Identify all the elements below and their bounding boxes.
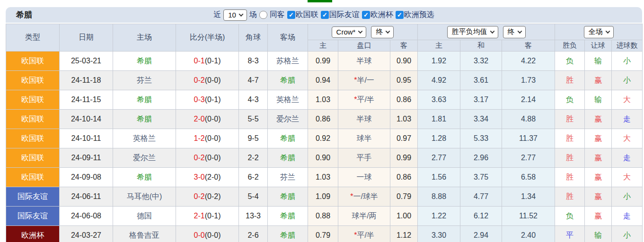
same-opponent-label: 同客 xyxy=(270,10,285,20)
match-row[interactable]: 欧国联 24-11-18 芬兰 0-2(0-0) 4-7 希腊 0.94 *半/… xyxy=(6,71,643,90)
competition-badge: 欧国联 xyxy=(6,148,60,168)
competition-badge: 欧洲杯 xyxy=(6,226,60,242)
odds-away-cell: 0.86 xyxy=(390,90,418,110)
match-date: 24-11-15 xyxy=(60,90,113,110)
match-date: 24-06-08 xyxy=(60,207,113,226)
home-team[interactable]: 爱尔兰 xyxy=(113,148,176,168)
avg-away-cell: 4.88 xyxy=(502,110,555,129)
goals-cell: 走 xyxy=(612,207,643,226)
match-row[interactable]: 国际友谊 24-06-11 马耳他(中) 0-2(0-2) 5-4 希腊 1.0… xyxy=(6,187,643,207)
recent-label: 近 xyxy=(213,10,221,20)
away-team[interactable]: 爱尔兰 xyxy=(268,110,308,129)
away-team[interactable]: 希腊 xyxy=(268,226,308,242)
handicap-cell: 球半/两 xyxy=(338,207,390,226)
corners-cell: 5-4 xyxy=(239,187,268,207)
goals-cell: 小 xyxy=(612,187,643,207)
odds-group-header: Crow* 终 xyxy=(308,24,418,40)
home-team[interactable]: 马耳他(中) xyxy=(113,187,176,207)
sub-header-odds-away: 客 xyxy=(390,40,418,52)
match-row[interactable]: 欧洲杯 24-03-27 格鲁吉亚 0-0(0-0) 2-6 希腊 0.79 *… xyxy=(6,226,643,242)
friendly-checkbox[interactable]: ✓ xyxy=(321,11,329,19)
score-cell: 0-3(0-1) xyxy=(176,90,239,110)
handicap-cell: 半球 xyxy=(338,52,390,71)
home-team[interactable]: 芬兰 xyxy=(113,71,176,90)
odds-home-cell: 1.03 xyxy=(308,168,338,187)
match-row[interactable]: 欧国联 25-03-21 希腊 0-1(0-1) 8-3 苏格兰 0.99 半球… xyxy=(6,52,643,71)
match-row[interactable]: 欧国联 24-10-14 希腊 2-0(0-0) 5-5 爱尔兰 0.86 半球… xyxy=(6,110,643,129)
score-cell: 0-2(0-2) xyxy=(176,187,239,207)
match-row[interactable]: 欧国联 24-11-15 希腊 0-3(0-1) 4-3 英格兰 1.03 *平… xyxy=(6,90,643,110)
avg-away-cell: 11.37 xyxy=(502,129,555,148)
away-team[interactable]: 英格兰 xyxy=(268,90,308,110)
avg-type-select[interactable]: 胜平负均值 xyxy=(447,26,498,38)
scope-select[interactable]: 全场 xyxy=(584,26,614,38)
result-cell: 负 xyxy=(555,90,585,110)
away-team[interactable]: 芬兰 xyxy=(268,168,308,187)
panel-header: 希腊 近 10 场 同客 ✓ 欧国联 ✓ 国际友谊 ✓ 欧洲杯 ✓ xyxy=(6,7,642,23)
home-team[interactable]: 格鲁吉亚 xyxy=(113,226,176,242)
recent-count-select[interactable]: 10 xyxy=(223,9,247,21)
match-row[interactable]: 国际友谊 24-06-08 德国 2-1(0-1) 13-3 希腊 0.88 球… xyxy=(6,207,643,226)
avg-state-select[interactable]: 终 xyxy=(503,26,526,38)
goals-cell: 走 xyxy=(612,148,643,168)
score-cell: 2-0(0-0) xyxy=(176,110,239,129)
odds-state-select[interactable]: 终 xyxy=(371,26,394,38)
col-header-corners: 角球 xyxy=(239,24,268,52)
home-team[interactable]: 希腊 xyxy=(113,52,176,71)
match-row[interactable]: 欧国联 24-09-11 爱尔兰 0-2(0-0) 2-2 希腊 0.90 平手… xyxy=(6,148,643,168)
home-team[interactable]: 德国 xyxy=(113,207,176,226)
home-team[interactable]: 希腊 xyxy=(113,168,176,187)
avg-draw-cell: 2.96 xyxy=(460,148,502,168)
filter-label: 欧洲杯 xyxy=(371,10,393,20)
result-cell: 平 xyxy=(555,226,585,242)
match-date: 24-10-14 xyxy=(60,110,113,129)
away-team[interactable]: 希腊 xyxy=(268,148,308,168)
match-row[interactable]: 欧国联 24-10-11 英格兰 1-2(0-0) 9-5 希腊 0.92 球半… xyxy=(6,129,643,148)
score-cell: 0-2(0-0) xyxy=(176,71,239,90)
score-cell: 3-0(2-0) xyxy=(176,168,239,187)
sub-header-odds-home: 主 xyxy=(308,40,338,52)
score-cell: 0-1(0-1) xyxy=(176,52,239,71)
home-team[interactable]: 希腊 xyxy=(113,110,176,129)
same-opponent-checkbox[interactable] xyxy=(259,11,267,19)
matches-table: 类型 日期 主场 比分(半场) 角球 客场 Crow* 终 xyxy=(6,24,643,242)
team-matches-panel: 希腊 近 10 场 同客 ✓ 欧国联 ✓ 国际友谊 ✓ 欧洲杯 ✓ xyxy=(6,7,642,242)
away-team[interactable]: 希腊 xyxy=(268,187,308,207)
avg-home-cell: 1.92 xyxy=(418,52,460,71)
match-row[interactable]: 欧国联 24-09-08 希腊 3-0(2-0) 6-2 芬兰 1.03 一球 … xyxy=(6,168,643,187)
nations-league-checkbox[interactable]: ✓ xyxy=(287,11,295,19)
sub-header-avg-home: 主 xyxy=(418,40,460,52)
handicap-result-cell: 输 xyxy=(585,90,612,110)
handicap-result-cell: 赢 xyxy=(585,71,612,90)
sub-header-handicap: 盘口 xyxy=(338,40,390,52)
corners-cell: 5-5 xyxy=(239,110,268,129)
home-team[interactable]: 希腊 xyxy=(113,90,176,110)
euro-checkbox[interactable]: ✓ xyxy=(362,11,370,19)
odds-away-cell: 0.97 xyxy=(390,129,418,148)
away-team[interactable]: 希腊 xyxy=(268,129,308,148)
sub-header-avg-draw: 和 xyxy=(460,40,502,52)
filter-nations-league: ✓ 欧国联 xyxy=(287,10,318,20)
match-rows: 欧国联 25-03-21 希腊 0-1(0-1) 8-3 苏格兰 0.99 半球… xyxy=(6,52,643,242)
filter-euro: ✓ 欧洲杯 xyxy=(362,10,393,20)
col-header-score: 比分(半场) xyxy=(176,24,239,52)
handicap-cell: *平/半 xyxy=(338,90,390,110)
result-cell: 胜 xyxy=(555,129,585,148)
filter-label: 欧洲预选 xyxy=(404,10,434,20)
away-team[interactable]: 苏格兰 xyxy=(268,52,308,71)
avg-draw-cell: 3.61 xyxy=(460,71,502,90)
competition-badge: 欧国联 xyxy=(6,129,60,148)
corners-cell: 2-6 xyxy=(239,226,268,242)
odds-source-select[interactable]: Crow* xyxy=(332,26,367,38)
avg-away-cell: 2.40 xyxy=(502,226,555,242)
away-team[interactable]: 希腊 xyxy=(268,207,308,226)
competition-badge: 欧国联 xyxy=(6,71,60,90)
home-team[interactable]: 英格兰 xyxy=(113,129,176,148)
away-team[interactable]: 希腊 xyxy=(268,71,308,90)
sub-header-result: 胜负 xyxy=(555,40,585,52)
euro-qualifier-checkbox[interactable]: ✓ xyxy=(396,11,404,19)
handicap-result-cell: 输 xyxy=(585,226,612,242)
avg-home-cell: 4.92 xyxy=(418,71,460,90)
filter-label: 欧国联 xyxy=(296,10,318,20)
goals-cell: 大 xyxy=(612,129,643,148)
